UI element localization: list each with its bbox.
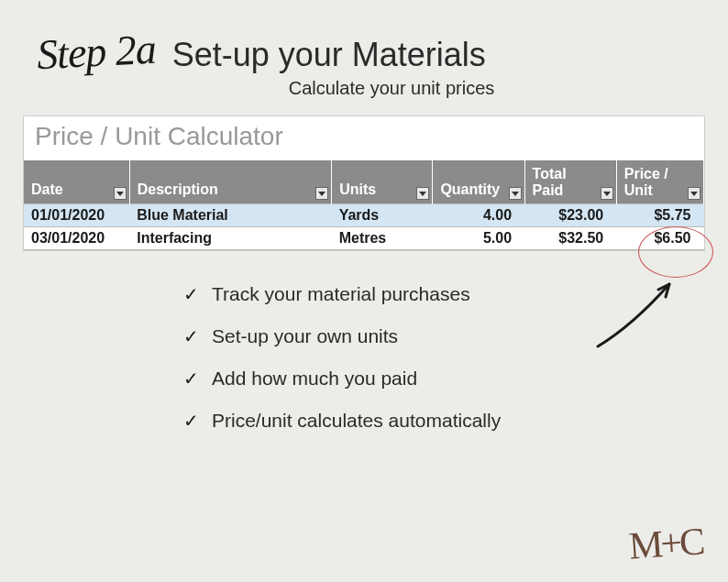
filter-dropdown-icon[interactable] — [601, 187, 613, 200]
cell-quantity[interactable]: 5.00 — [433, 227, 524, 250]
filter-dropdown-icon[interactable] — [416, 187, 429, 200]
cell-price-unit[interactable]: $5.75 — [616, 204, 703, 227]
list-item: ✓ Set-up your own units — [183, 325, 728, 347]
cell-units[interactable]: Yards — [332, 204, 433, 227]
table-row[interactable]: 01/01/2020 Blue Material Yards 4.00 $23.… — [24, 204, 704, 227]
check-icon: ✓ — [183, 325, 199, 347]
brand-logo: M+C — [627, 519, 703, 567]
bullet-text: Price/unit calculates automatically — [212, 410, 501, 432]
list-item: ✓ Price/unit calculates automatically — [183, 410, 728, 432]
col-header-total-paid[interactable]: Total Paid — [524, 160, 616, 204]
col-header-description[interactable]: Description — [129, 160, 331, 204]
filter-dropdown-icon[interactable] — [509, 187, 522, 200]
page-title: Set-up your Materials — [172, 36, 486, 74]
col-header-price-unit[interactable]: Price / Unit — [616, 160, 703, 204]
cell-date[interactable]: 01/01/2020 — [24, 204, 129, 227]
col-header-units[interactable]: Units — [332, 160, 433, 204]
col-label: Quantity — [440, 181, 500, 197]
col-label: Total — [533, 166, 567, 181]
cell-quantity[interactable]: 4.00 — [433, 204, 524, 227]
page-subtitle: Calculate your unit prices — [55, 78, 728, 99]
bullet-text: Set-up your own units — [212, 325, 398, 347]
col-label: Price / — [624, 166, 668, 181]
cell-units[interactable]: Metres — [332, 227, 433, 250]
col-header-date[interactable]: Date — [24, 160, 129, 204]
cell-description[interactable]: Blue Material — [129, 204, 331, 227]
check-icon: ✓ — [183, 368, 199, 390]
col-label: Description — [138, 181, 218, 197]
bullet-text: Add how much you paid — [212, 368, 417, 390]
filter-dropdown-icon[interactable] — [114, 187, 127, 200]
filter-dropdown-icon[interactable] — [688, 187, 700, 200]
materials-table: Date Description Units Quantity Total — [24, 160, 704, 250]
sheet-title: Price / Unit Calculator — [24, 116, 704, 160]
cell-description[interactable]: Interfacing — [129, 227, 331, 250]
cell-total-paid[interactable]: $23.00 — [524, 204, 616, 227]
spreadsheet-panel: Price / Unit Calculator Date Description… — [23, 115, 705, 251]
col-label: Date — [31, 181, 63, 197]
col-label: Units — [339, 181, 376, 197]
col-label: Paid — [533, 182, 564, 198]
check-icon: ✓ — [183, 410, 199, 432]
bullet-text: Track your material purchases — [212, 283, 470, 305]
bullet-list: ✓ Track your material purchases ✓ Set-up… — [183, 283, 728, 432]
step-label: Step 2a — [36, 25, 157, 80]
list-item: ✓ Add how much you paid — [183, 368, 728, 390]
cell-price-unit[interactable]: $6.50 — [616, 227, 703, 250]
cell-date[interactable]: 03/01/2020 — [24, 227, 129, 250]
filter-dropdown-icon[interactable] — [315, 187, 328, 200]
col-header-quantity[interactable]: Quantity — [433, 160, 524, 204]
check-icon: ✓ — [183, 283, 199, 305]
col-label: Unit — [624, 182, 653, 198]
table-row[interactable]: 03/01/2020 Interfacing Metres 5.00 $32.5… — [24, 227, 704, 250]
list-item: ✓ Track your material purchases — [183, 283, 728, 305]
cell-total-paid[interactable]: $32.50 — [524, 227, 616, 250]
